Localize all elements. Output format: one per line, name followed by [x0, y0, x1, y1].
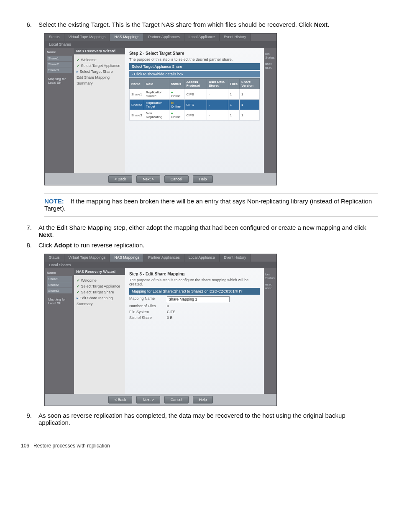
banner-toggle[interactable]: - Click to show/hide details box: [129, 71, 260, 77]
wizard-steps: NAS Recovery Wizard Welcome Select Targe…: [74, 268, 125, 394]
left-header: Name: [47, 50, 72, 54]
left-item[interactable]: Share3: [47, 288, 72, 293]
left-panel: Name Share1 Share2 Share3 Mapping for Lo…: [45, 48, 74, 173]
label-num-files: Number of Files: [129, 304, 167, 308]
tab-local[interactable]: Local Appliance: [184, 33, 220, 41]
cell: 1: [240, 100, 260, 110]
far-item: used: [265, 66, 275, 69]
wiz-select-share: Select Target Share: [77, 69, 123, 75]
table-row[interactable]: Share1 Replication Source Online CIFS - …: [130, 89, 260, 100]
tab-vtm[interactable]: Virtual Tape Mappings: [64, 33, 110, 41]
wiz-summary: Summary: [77, 80, 123, 86]
far-item: used: [265, 62, 275, 66]
screenshot-step3: Status Virtual Tape Mappings NAS Mapping…: [44, 254, 277, 406]
wiz-summary: Summary: [77, 301, 123, 307]
text: Click: [38, 242, 54, 249]
cell: Share1: [130, 89, 144, 100]
left-item[interactable]: Share2: [47, 282, 72, 288]
text: Select the existing Target. This is the …: [38, 21, 314, 28]
wiz-welcome: Welcome: [77, 57, 123, 63]
cell: -: [207, 100, 228, 110]
table-row-selected[interactable]: Share2 Replication Target Online CIFS - …: [130, 100, 260, 110]
th-files: Files: [228, 79, 239, 89]
cell: Non Replicating: [144, 110, 169, 121]
mapping-form: Mapping Name Number of Files 0 File Syst…: [129, 296, 260, 321]
step-desc: The purpose of this step is to select th…: [129, 57, 260, 62]
far-panel: ion Status used used: [264, 48, 276, 173]
th-userdata: User Data Stored: [207, 79, 228, 89]
tab-event[interactable]: Event History: [220, 33, 251, 41]
button-row: < Back Next > Cancel Help: [45, 173, 276, 185]
wiz-select-share: Select Target Share: [77, 289, 123, 295]
input-mapping-name[interactable]: [167, 296, 230, 302]
subtab-local-shares[interactable]: Local Shares: [45, 41, 75, 47]
step-number: 9.: [21, 412, 38, 426]
wizard-content: Step 3 - Edit Share Mapping The purpose …: [125, 268, 264, 394]
text: .: [52, 231, 54, 238]
footer-title: Restore processes with replication: [33, 443, 110, 449]
label-fs: File System: [129, 310, 167, 314]
value-num-files: 0: [167, 304, 260, 308]
subtab-local-shares[interactable]: Local Shares: [45, 262, 75, 268]
left-item[interactable]: Share2: [47, 62, 72, 67]
cell: Share2: [130, 100, 144, 110]
tab-status[interactable]: Status: [45, 254, 64, 262]
tab-bar: Status Virtual Tape Mappings NAS Mapping…: [45, 33, 276, 41]
adopt-kw: Adopt: [54, 242, 72, 249]
text: .: [327, 21, 329, 28]
shares-table: Name Role Status Access Protocol User Da…: [129, 78, 260, 121]
cell: Replication Source: [144, 89, 169, 100]
cancel-button[interactable]: Cancel: [164, 396, 189, 403]
next-button[interactable]: Next >: [136, 396, 160, 403]
wiz-select-appliance: Select Target Appliance: [77, 283, 123, 289]
left-panel: Name Share1 Share2 Share3 Mapping for Lo…: [45, 268, 74, 394]
left-item[interactable]: Share1: [47, 276, 72, 282]
step-8-text: Click Adopt to run reverse replication.: [38, 242, 378, 249]
left-item[interactable]: Share1: [47, 56, 72, 61]
wiz-edit-mapping: Edit Share Mapping: [77, 295, 123, 301]
step-number: 8.: [21, 242, 38, 249]
far-header: ion Status: [265, 272, 275, 280]
value-size: 0 B: [167, 316, 260, 320]
step-6-text: Select the existing Target. This is the …: [38, 21, 378, 28]
cell: 1: [240, 110, 260, 121]
wizard-content: Step 2 - Select Target Share The purpose…: [125, 48, 264, 173]
table-row[interactable]: Share3 Non Replicating Online CIFS - 1 1: [130, 110, 260, 121]
label-size: Size of Share: [129, 316, 167, 320]
step-title: Step 3 - Edit Share Mapping: [129, 272, 260, 276]
help-button[interactable]: Help: [193, 175, 213, 183]
tab-partner[interactable]: Partner Appliances: [144, 254, 184, 262]
tab-nas-mappings[interactable]: NAS Mappings: [110, 254, 144, 262]
label-mapping-name: Mapping Name: [129, 296, 167, 302]
far-item: used: [265, 283, 275, 286]
value-fs: CIFS: [167, 310, 260, 314]
text: At the Edit Share Mapping step, either a…: [38, 224, 366, 231]
wizard-title: NAS Recovery Wizard: [74, 268, 125, 275]
step-title: Step 2 - Select Target Share: [129, 51, 260, 56]
next-button[interactable]: Next >: [136, 175, 160, 183]
tab-partner[interactable]: Partner Appliances: [144, 33, 184, 41]
step-9-text: As soon as reverse replication has compl…: [38, 412, 378, 426]
far-item: used: [265, 286, 275, 290]
tab-local[interactable]: Local Appliance: [184, 254, 220, 262]
th-proto: Access Protocol: [184, 79, 207, 89]
cancel-button[interactable]: Cancel: [164, 175, 189, 183]
help-button[interactable]: Help: [193, 396, 213, 403]
left-header: Name: [47, 271, 72, 275]
th-name: Name: [130, 79, 144, 89]
tab-vtm[interactable]: Virtual Tape Mappings: [64, 254, 110, 262]
tab-status[interactable]: Status: [45, 33, 64, 41]
wizard-title: NAS Recovery Wizard: [74, 48, 125, 54]
wizard-steps: NAS Recovery Wizard Welcome Select Targe…: [74, 48, 125, 173]
cell: CIFS: [184, 89, 207, 100]
left-item[interactable]: Share3: [47, 67, 72, 73]
step-desc: The purpose of this step is to configure…: [129, 278, 260, 286]
cell-status: Online: [169, 110, 184, 121]
cell: 1: [228, 100, 239, 110]
back-button[interactable]: < Back: [108, 396, 133, 403]
cell: Replication Target: [144, 100, 169, 110]
back-button[interactable]: < Back: [108, 175, 133, 183]
tab-event[interactable]: Event History: [220, 254, 251, 262]
tab-nas-mappings[interactable]: NAS Mappings: [110, 33, 144, 41]
cell: CIFS: [184, 100, 207, 110]
